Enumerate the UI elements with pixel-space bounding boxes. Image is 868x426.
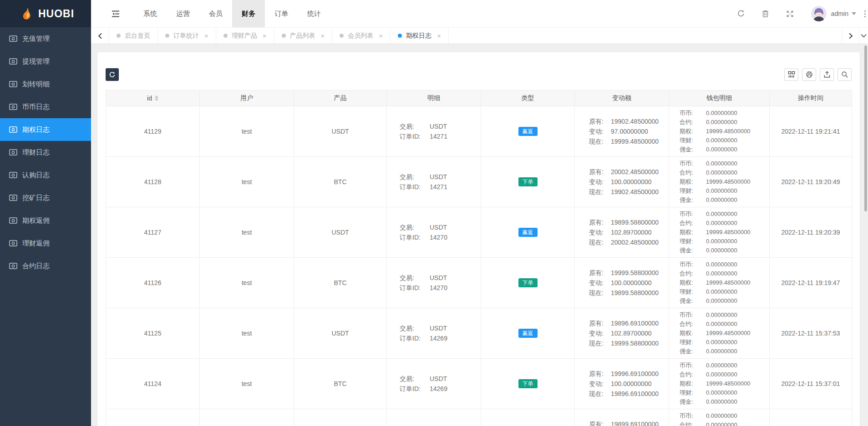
brand-logo[interactable]: HUOBI bbox=[0, 0, 91, 27]
trash-icon[interactable] bbox=[758, 6, 773, 21]
money-icon bbox=[9, 263, 17, 269]
tab[interactable]: 产品列表 × bbox=[274, 28, 333, 44]
table-row: 41125 test USDT 交易:USDT 订单ID:14269 赢返 原有… bbox=[106, 308, 852, 359]
sort-icon[interactable] bbox=[155, 95, 158, 101]
row-change: 原有:19996.69100000 变动:100.00000000 现在:198… bbox=[575, 369, 668, 399]
row-wallet: 币币:0.00000000 合约:0.00000000 期权:19999.485… bbox=[680, 311, 759, 356]
column-header-time: 操作时间 bbox=[770, 90, 852, 106]
tab[interactable]: 后台首页 bbox=[109, 28, 158, 44]
sidebar-item-label: 认购日志 bbox=[22, 171, 50, 180]
flame-icon bbox=[19, 7, 33, 20]
tab[interactable]: 期权日志 × bbox=[391, 28, 449, 44]
username[interactable]: admin bbox=[831, 10, 848, 17]
row-id: 41127 bbox=[144, 229, 162, 236]
topnav-item[interactable]: 统计 bbox=[298, 0, 330, 27]
sidebar-collapse-icon[interactable] bbox=[111, 10, 120, 18]
tab-label: 期权日志 bbox=[406, 32, 431, 40]
sidebar-item-label: 划转明细 bbox=[22, 80, 50, 89]
tabbar: 后台首页 订单统计 × 理财产品 × 产品列表 × 会员列表 × 期权日志 × bbox=[91, 27, 868, 44]
card-toolbar bbox=[106, 68, 852, 81]
column-header-wallet: 钱包明细 bbox=[669, 90, 770, 106]
sidebar-item[interactable]: 期权返佣 bbox=[0, 209, 91, 232]
row-product: USDT bbox=[331, 128, 349, 135]
sidebar-menu: 充值管理 提现管理 划转明细 币币日志 bbox=[0, 27, 91, 277]
row-detail: 交易:USDT 订单ID:14271 bbox=[400, 121, 468, 141]
sidebar-item[interactable]: 币币日志 bbox=[0, 95, 91, 118]
tab[interactable]: 理财产品 × bbox=[216, 28, 274, 44]
tab-close-icon[interactable]: × bbox=[321, 32, 325, 39]
row-product: USDT bbox=[331, 229, 349, 236]
topnav-item[interactable]: 订单 bbox=[265, 0, 298, 27]
search-button[interactable] bbox=[838, 68, 852, 81]
row-change: 原有:20002.48500000 变动:100.00000000 现在:199… bbox=[575, 167, 668, 197]
column-header-product: 产品 bbox=[294, 90, 387, 106]
tab-close-icon[interactable]: × bbox=[379, 32, 383, 39]
tab-dot-icon bbox=[282, 34, 286, 38]
sidebar-item[interactable]: 理财返佣 bbox=[0, 232, 91, 255]
tab[interactable]: 会员列表 × bbox=[332, 28, 391, 44]
sidebar-item[interactable]: 充值管理 bbox=[0, 27, 91, 50]
sidebar-item[interactable]: 划转明细 bbox=[0, 73, 91, 95]
sidebar-item-label: 期权日志 bbox=[22, 125, 50, 134]
table-row: 41126 test BTC 交易:USDT 订单ID:14270 下单 原有:… bbox=[106, 258, 852, 308]
table-row: 41128 test BTC 交易:USDT 订单ID:14271 下单 原有:… bbox=[106, 157, 852, 207]
sidebar-item[interactable]: 挖矿日志 bbox=[0, 186, 91, 209]
tab[interactable]: 订单统计 × bbox=[158, 28, 216, 44]
row-wallet: 币币:0.00000000 合约:0.00000000 期权:19999.485… bbox=[680, 260, 759, 306]
money-icon bbox=[9, 104, 17, 110]
topnav-item[interactable]: 财务 bbox=[232, 0, 265, 27]
columns-toggle-button[interactable] bbox=[784, 68, 798, 81]
tabs-scroll-left-button[interactable] bbox=[91, 28, 109, 44]
money-icon bbox=[9, 172, 17, 178]
topnav-item-label: 财务 bbox=[242, 10, 255, 18]
table-row: 41124 test BTC 交易:USDT 订单ID:14269 下单 原有:… bbox=[106, 359, 852, 409]
user-caret-down-icon[interactable] bbox=[852, 12, 856, 15]
topnav-item[interactable]: 系统 bbox=[134, 0, 167, 27]
topnav-item-label: 统计 bbox=[307, 10, 321, 18]
money-icon bbox=[9, 81, 17, 87]
row-user: test bbox=[242, 178, 252, 185]
sidebar-item[interactable]: 认购日志 bbox=[0, 164, 91, 186]
sidebar-item[interactable]: 提现管理 bbox=[0, 50, 91, 73]
more-menu-icon[interactable] bbox=[864, 10, 866, 17]
tab-dot-icon bbox=[165, 34, 169, 38]
table-row: 41127 test USDT 交易:USDT 订单ID:14270 赢返 原有… bbox=[106, 207, 852, 258]
type-badge: 下单 bbox=[518, 278, 538, 287]
row-detail: 交易:USDT 订单ID:14269 bbox=[400, 323, 468, 343]
tab-dot-icon bbox=[340, 34, 344, 38]
print-button[interactable] bbox=[802, 68, 816, 81]
sidebar-item-label: 期权返佣 bbox=[22, 216, 50, 225]
content-area: id 用户 产品 明细 类型 变动额 钱包明细 操作时间 bbox=[91, 44, 868, 426]
export-button[interactable] bbox=[820, 68, 834, 81]
tab-close-icon[interactable]: × bbox=[263, 32, 267, 39]
tab-label: 产品列表 bbox=[290, 32, 315, 40]
row-product: BTC bbox=[334, 178, 347, 185]
row-wallet: 币币:0.00000000 合约:0.00000000 期权: 理财: 佣金: bbox=[680, 411, 759, 426]
tabs-dropdown-button[interactable] bbox=[859, 28, 868, 44]
row-change: 原有:19999.58800000 变动:100.00000000 现在:198… bbox=[575, 268, 668, 298]
vertical-scrollbar-thumb[interactable] bbox=[864, 45, 867, 211]
column-header-id[interactable]: id bbox=[106, 90, 200, 106]
fullscreen-icon[interactable] bbox=[783, 6, 797, 21]
type-badge: 下单 bbox=[518, 177, 538, 186]
sidebar-item[interactable]: 合约日志 bbox=[0, 255, 91, 277]
row-detail: 交易:USDT 订单ID:14270 bbox=[400, 273, 468, 293]
tab-dot-icon bbox=[398, 34, 402, 38]
row-id: 41124 bbox=[144, 380, 162, 387]
sidebar-item[interactable]: 期权日志 bbox=[0, 118, 91, 141]
type-badge: 赢返 bbox=[518, 228, 538, 237]
tab-close-icon[interactable]: × bbox=[437, 32, 441, 39]
tabs-scroll-right-button[interactable] bbox=[842, 28, 859, 44]
money-icon bbox=[9, 149, 17, 155]
table-refresh-button[interactable] bbox=[106, 68, 119, 81]
tab-close-icon[interactable]: × bbox=[204, 32, 208, 39]
row-id: 41125 bbox=[144, 330, 162, 337]
sidebar-item[interactable]: 理财日志 bbox=[0, 141, 91, 164]
topnav-item[interactable]: 运营 bbox=[167, 0, 199, 27]
avatar[interactable] bbox=[811, 6, 827, 21]
topnav-item[interactable]: 会员 bbox=[199, 0, 232, 27]
row-detail: 交易:USDT 订单ID:14269 bbox=[400, 374, 468, 394]
refresh-icon[interactable] bbox=[734, 6, 748, 21]
type-badge: 赢返 bbox=[518, 329, 538, 338]
sidebar-item-label: 合约日志 bbox=[22, 262, 50, 271]
